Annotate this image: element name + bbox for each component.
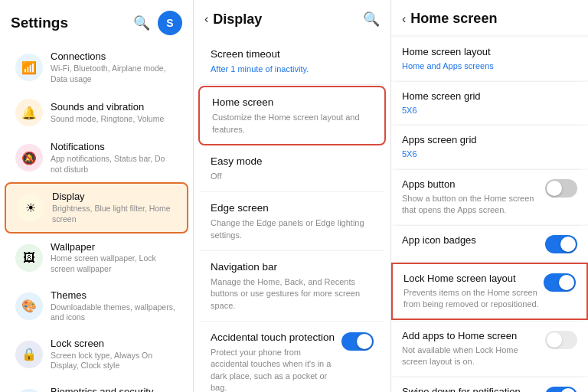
swipe-notif-toggle[interactable] (545, 387, 577, 392)
screen-timeout-title: Screen timeout (211, 47, 374, 62)
themes-sub: Downloadable themes, wallpapers, and ico… (51, 302, 178, 323)
wallpaper-text: Wallpaper Home screen wallpaper, Lock sc… (51, 241, 178, 275)
lock-home-layout-sub: Prevents items on the Home screen from b… (403, 287, 539, 311)
screen-timeout-sub: After 1 minute of inactivity. (211, 64, 374, 75)
home-item-lock-home-layout[interactable]: Lock Home screen layout Prevents items o… (391, 263, 588, 320)
notifications-sub: App notifications, Status bar, Do not di… (51, 154, 178, 175)
biometrics-icon: 🛡 (15, 389, 43, 392)
apps-button-toggle-knob (547, 181, 562, 196)
home-item-add-apps[interactable]: Add apps to Home screen Not available wh… (391, 322, 588, 376)
home-item-swipe-notif[interactable]: Swipe down for notification panel Open t… (391, 377, 588, 392)
easy-mode-title: Easy mode (211, 155, 374, 169)
hs-grid-sub: 5X6 (402, 105, 577, 116)
wallpaper-sub: Home screen wallpaper, Lock screen wallp… (51, 253, 178, 274)
settings-list: 📶 Connections Wi-Fi, Bluetooth, Airplane… (0, 43, 193, 392)
lock-home-layout-toggle[interactable] (544, 273, 576, 292)
hs-layout-title: Home screen layout (402, 45, 577, 59)
display-item-accidental-touch[interactable]: Accidental touch protection Protect your… (198, 322, 386, 392)
accidental-touch-sub: Protect your phone from accidental touch… (211, 347, 335, 392)
homescreen-title: Home screen (410, 11, 497, 27)
homescreen-header: ‹ Home screen (391, 0, 588, 34)
easy-mode-sub: Off (211, 171, 374, 182)
app-icon-badges-title: App icon badges (402, 234, 541, 247)
biometrics-title: Biometrics and security (51, 386, 178, 392)
themes-title: Themes (51, 289, 178, 302)
homescreen-back-icon[interactable]: ‹ (402, 12, 406, 26)
sounds-icon: 🔔 (15, 99, 43, 126)
sounds-text: Sounds and vibration Sound mode, Rington… (51, 101, 178, 125)
search-icon[interactable]: 🔍 (133, 15, 150, 31)
apps-button-toggle[interactable] (545, 179, 577, 198)
display-search-icon[interactable]: 🔍 (363, 11, 380, 28)
apps-button-sub: Show a button on the Home screen that op… (402, 193, 541, 217)
edge-screen-title: Edge screen (211, 201, 374, 216)
sidebar-item-connections[interactable]: 📶 Connections Wi-Fi, Bluetooth, Airplane… (5, 44, 188, 91)
notifications-icon: 🔕 (15, 144, 43, 172)
swipe-notif-title: Swipe down for notification panel (402, 385, 541, 392)
hs-grid-title: Home screen grid (402, 90, 577, 103)
hs-layout-sub: Home and Apps screens (402, 60, 577, 72)
home-item-hs-layout[interactable]: Home screen layout Home and Apps screens (391, 38, 588, 80)
home-item-apps-grid[interactable]: Apps screen grid 5X6 (391, 126, 588, 168)
display-item-home-screen[interactable]: Home screen Customize the Home screen la… (198, 86, 386, 145)
apps-grid-sub: 5X6 (402, 149, 577, 160)
homescreen-list: Home screen layout Home and Apps screens… (391, 34, 588, 392)
app-icon-badges-toggle-knob (560, 237, 576, 252)
sidebar-item-display[interactable]: ☀ Display Brightness, Blue light filter,… (5, 182, 188, 233)
header-icons: 🔍 S (133, 11, 182, 35)
wallpaper-icon: 🖼 (15, 244, 43, 272)
lockscreen-sub: Screen lock type, Always On Display, Clo… (51, 351, 178, 371)
display-text: Display Brightness, Blue light filter, H… (52, 191, 176, 224)
add-apps-toggle[interactable] (545, 331, 577, 349)
accidental-touch-toggle[interactable] (341, 332, 374, 351)
navigation-bar-title: Navigation bar (211, 260, 374, 275)
display-panel: ‹ Display 🔍 Screen timeout After 1 minut… (194, 0, 391, 392)
homescreen-panel: ‹ Home screen Home screen layout Home an… (391, 0, 588, 392)
lock-home-layout-toggle-knob (559, 275, 574, 290)
home-item-hs-grid[interactable]: Home screen grid 5X6 (391, 82, 588, 125)
sidebar-item-notifications[interactable]: 🔕 Notifications App notifications, Statu… (5, 134, 188, 181)
home-item-app-icon-badges[interactable]: App icon badges (391, 226, 588, 261)
home-item-apps-button[interactable]: Apps button Show a button on the Home sc… (391, 170, 588, 224)
wallpaper-title: Wallpaper (51, 241, 178, 254)
navigation-bar-sub: Manage the Home, Back, and Recents butto… (211, 276, 374, 312)
sidebar-item-sounds[interactable]: 🔔 Sounds and vibration Sound mode, Ringt… (5, 92, 188, 133)
add-apps-title: Add apps to Home screen (402, 329, 541, 343)
lockscreen-title: Lock screen (51, 338, 178, 351)
display-header: ‹ Display 🔍 (194, 0, 390, 35)
display-item-screen-timeout[interactable]: Screen timeout After 1 minute of inactiv… (198, 39, 386, 83)
display-item-easy-mode[interactable]: Easy mode Off (198, 146, 386, 191)
lockscreen-text: Lock screen Screen lock type, Always On … (51, 338, 178, 371)
sidebar-item-lockscreen[interactable]: 🔒 Lock screen Screen lock type, Always O… (5, 331, 188, 378)
display-list: Screen timeout After 1 minute of inactiv… (194, 35, 390, 392)
biometrics-text: Biometrics and security Intelligent Scan… (51, 386, 178, 392)
accidental-touch-title: Accidental touch protection (211, 331, 335, 345)
themes-text: Themes Downloadable themes, wallpapers, … (51, 289, 178, 323)
themes-icon: 🎨 (15, 292, 43, 320)
apps-grid-title: Apps screen grid (402, 133, 577, 147)
lock-home-layout-title: Lock Home screen layout (403, 272, 539, 286)
notifications-text: Notifications App notifications, Status … (51, 141, 178, 175)
back-arrow-icon[interactable]: ‹ (204, 12, 208, 26)
avatar[interactable]: S (158, 11, 182, 35)
sounds-title: Sounds and vibration (51, 101, 178, 114)
display-sub: Brightness, Blue light filter, Home scre… (52, 204, 176, 224)
connections-icon: 📶 (15, 54, 43, 81)
connections-sub: Wi-Fi, Bluetooth, Airplane mode, Data us… (51, 64, 178, 84)
display-item-edge-screen[interactable]: Edge screen Change the Edge panels or Ed… (198, 193, 386, 250)
settings-header: Settings 🔍 S (0, 0, 193, 43)
app-icon-badges-toggle[interactable] (545, 235, 577, 253)
display-item-navigation-bar[interactable]: Navigation bar Manage the Home, Back, an… (198, 252, 386, 320)
notifications-title: Notifications (51, 141, 178, 154)
sidebar-item-themes[interactable]: 🎨 Themes Downloadable themes, wallpapers… (5, 283, 188, 330)
display-title: Display (52, 191, 176, 204)
sidebar-item-biometrics[interactable]: 🛡 Biometrics and security Intelligent Sc… (5, 379, 188, 392)
lockscreen-icon: 🔒 (15, 341, 43, 368)
sidebar-item-wallpaper[interactable]: 🖼 Wallpaper Home screen wallpaper, Lock … (5, 234, 188, 282)
swipe-notif-toggle-knob (560, 388, 576, 392)
accidental-touch-toggle-knob (357, 334, 372, 349)
add-apps-toggle-knob (547, 332, 562, 348)
connections-title: Connections (51, 51, 178, 64)
connections-text: Connections Wi-Fi, Bluetooth, Airplane m… (51, 51, 178, 84)
sounds-sub: Sound mode, Ringtone, Volume (51, 114, 178, 125)
